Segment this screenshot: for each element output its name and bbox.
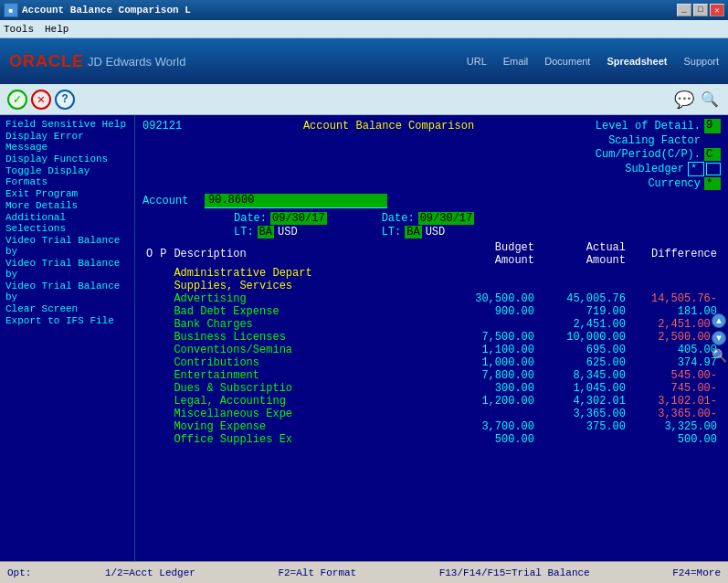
table-row: Administrative Depart	[142, 267, 721, 280]
col-header-actual: Actual Amount	[538, 241, 629, 267]
sidebar-item-video3[interactable]: Video Trial Balance by	[5, 281, 129, 302]
date1-value[interactable]: 09/30/17	[270, 212, 327, 225]
row-budget	[447, 280, 538, 292]
status-f13[interactable]: F13/F14/F15=Trial Balance	[439, 567, 590, 578]
sidebar-item-exit[interactable]: Exit Program	[5, 188, 129, 199]
nav-url[interactable]: URL	[467, 56, 487, 67]
scroll-down-button[interactable]: ▼	[712, 331, 726, 345]
status-f24[interactable]: F24=More	[672, 567, 721, 578]
row-budget	[447, 408, 538, 420]
row-budget	[447, 267, 538, 280]
row-actual	[538, 280, 629, 292]
row-budget: 1,000.00	[447, 356, 538, 369]
nav-email[interactable]: Email	[503, 56, 529, 67]
close-button[interactable]: ✕	[710, 4, 724, 16]
row-budget: 3,700.00	[447, 420, 538, 433]
table-row: Contributions1,000.00625.00374.97	[142, 356, 721, 369]
row-desc: Entertainment	[170, 369, 447, 382]
search-icon[interactable]: 🔍	[699, 89, 721, 111]
row-diff: 3,325.00	[629, 420, 721, 433]
status-opt-label: Opt:	[7, 567, 31, 578]
col-header-o: O	[142, 241, 156, 267]
form-title: Account Balance Comparison	[200, 120, 577, 132]
row-p	[156, 267, 170, 280]
row-p	[156, 382, 170, 395]
window-controls: _ □ ✕	[677, 4, 724, 16]
cum-period-label: Cum/Period(C/P).	[596, 148, 701, 161]
nav-document[interactable]: Document	[544, 56, 590, 67]
row-diff: 405.00	[629, 344, 721, 356]
table-row: Dues & Subscriptio300.001,045.00745.00-	[142, 382, 721, 395]
level-detail-value[interactable]: 9	[704, 119, 721, 133]
nav-links: URL Email Document Spreadsheet Support	[467, 56, 719, 67]
sidebar-item-display-fn[interactable]: Display Functions	[5, 154, 129, 164]
row-budget: 1,200.00	[447, 395, 538, 408]
maximize-button[interactable]: □	[693, 4, 708, 16]
sidebar-item-video1[interactable]: Video Trial Balance by	[5, 235, 129, 257]
row-actual	[538, 267, 629, 280]
row-actual: 1,045.00	[538, 382, 629, 395]
sidebar-item-export[interactable]: Export to IFS File	[5, 315, 129, 326]
chat-icon[interactable]: 💬	[673, 89, 695, 111]
menu-help[interactable]: Help	[45, 24, 69, 35]
account-label: Account	[142, 195, 197, 207]
scroll-up-button[interactable]: ▲	[712, 313, 726, 328]
date-row: Date: 09/30/17 LT: BA USD Date: 09/30/17…	[234, 212, 721, 238]
title-bar: ■ Account Balance Comparison L _ □ ✕	[0, 0, 728, 20]
currency-value[interactable]: *	[704, 177, 721, 190]
col-header-p: P	[156, 241, 170, 267]
menu-tools[interactable]: Tools	[4, 24, 34, 35]
sidebar-item-error-msg[interactable]: Display Error Message	[5, 131, 129, 153]
row-desc: Administrative Depart	[170, 267, 447, 280]
row-diff: 545.00-	[629, 369, 721, 382]
table-row: Moving Expense3,700.00375.003,325.00	[142, 420, 721, 433]
menu-bar: Tools Help	[0, 20, 728, 38]
table-row: Business Licenses7,500.0010,000.002,500.…	[142, 331, 721, 344]
row-actual: 10,000.00	[538, 331, 629, 344]
jde-text: JD Edwards World	[88, 55, 185, 69]
row-actual: 2,451.00	[538, 318, 629, 331]
app-icon: ■	[4, 3, 18, 17]
sidebar-item-additional[interactable]: Additional Selections	[5, 212, 129, 234]
sidebar-item-clear[interactable]: Clear Screen	[5, 303, 129, 314]
row-diff: 374.97	[629, 356, 721, 369]
row-budget: 7,500.00	[447, 331, 538, 344]
row-desc: Supplies, Services	[170, 280, 447, 292]
lt1-val1[interactable]: BA	[258, 226, 274, 238]
lt2-val1[interactable]: BA	[405, 226, 421, 238]
window-title: Account Balance Comparison L	[22, 5, 677, 16]
help-button[interactable]: ?	[55, 90, 75, 110]
status-f2[interactable]: F2=Alt Format	[278, 567, 356, 578]
row-diff: 14,505.76-	[629, 292, 721, 305]
row-p	[156, 356, 170, 369]
row-p	[156, 305, 170, 318]
row-actual: 4,302.01	[538, 395, 629, 408]
nav-spreadsheet[interactable]: Spreadsheet	[607, 56, 667, 67]
scroll-controls: ▲ ▼ 🔍	[712, 313, 726, 363]
sidebar-item-field-help[interactable]: Field Sensitive Help	[5, 119, 129, 130]
row-diff: 2,500.00-	[629, 331, 721, 344]
minimize-button[interactable]: _	[677, 4, 691, 16]
row-budget: 1,100.00	[447, 344, 538, 356]
row-budget: 30,500.00	[447, 292, 538, 305]
confirm-button[interactable]: ✓	[7, 90, 27, 110]
oracle-text: ORACLE	[9, 52, 84, 70]
row-desc: Bank Charges	[170, 318, 447, 331]
row-desc: Advertising	[170, 292, 447, 305]
cum-period-value[interactable]: C	[704, 148, 721, 161]
nav-support[interactable]: Support	[683, 56, 719, 67]
sidebar-item-video2[interactable]: Video Trial Balance by	[5, 258, 129, 280]
subledger-label: Subledger	[625, 163, 684, 175]
status-opt-value: 1/2=Acct Ledger	[105, 567, 195, 578]
cancel-button[interactable]: ✕	[31, 90, 51, 110]
sidebar-item-more[interactable]: More Details	[5, 200, 129, 211]
date2-value[interactable]: 09/30/17	[418, 212, 475, 225]
col-header-diff: Difference	[629, 241, 721, 267]
sidebar-item-toggle[interactable]: Toggle Display Formats	[5, 165, 129, 187]
account-input[interactable]: 90.8600	[205, 194, 387, 208]
lt1-label: LT:	[234, 226, 254, 238]
subledger-value[interactable]: *	[688, 162, 704, 176]
row-diff: 2,451.00-	[629, 318, 721, 331]
row-p	[156, 280, 170, 292]
magnify-button[interactable]: 🔍	[712, 348, 726, 363]
